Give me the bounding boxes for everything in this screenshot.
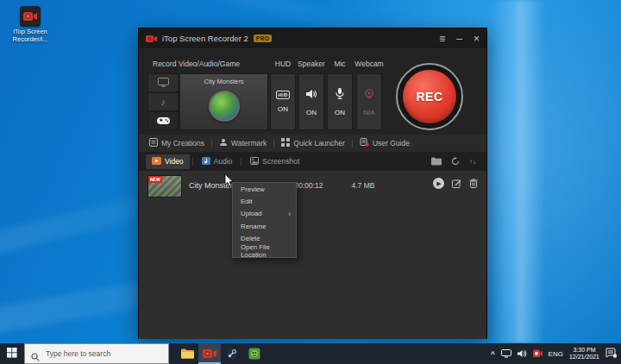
menu-item-upload[interactable]: Upload › [233, 208, 296, 220]
taskbar-city-monsters-game[interactable] [243, 343, 266, 364]
tray-network-icon[interactable] [501, 346, 511, 361]
audio-icon [202, 157, 210, 166]
source-screen-button[interactable] [147, 73, 179, 92]
hud-icon: HUD [276, 91, 291, 99]
feature-nav: My Creations Watermark [139, 135, 486, 152]
windows-logo-icon [7, 346, 17, 361]
recording-size: 4.7 MB [337, 181, 389, 190]
menu-item-open-file-location[interactable]: Open File Location [233, 244, 296, 256]
taskbar-steam[interactable] [221, 343, 243, 364]
watermark-person-icon [219, 138, 228, 148]
tray-time: 3:30 PM [573, 347, 595, 355]
search-input[interactable] [25, 344, 168, 363]
media-tab-bar: Video Audio [139, 152, 486, 171]
taskbar-search[interactable] [24, 343, 169, 364]
tray-clock[interactable]: 3:30 PM 12/21/2021 [569, 347, 599, 361]
recording-thumbnail[interactable]: NEW [147, 175, 182, 198]
video-icon [152, 157, 161, 166]
divider [211, 140, 212, 147]
minimize-icon[interactable]: – [456, 34, 462, 44]
game-icon [209, 91, 240, 122]
webcam-toggle[interactable]: N/A [356, 73, 382, 130]
hud-toggle[interactable]: HUD ON [270, 73, 296, 130]
mic-column-label: Mic [334, 60, 345, 68]
tray-speaker-icon[interactable] [518, 346, 527, 361]
mic-state: ON [335, 109, 345, 116]
tray-language[interactable]: ENG [549, 350, 563, 358]
close-icon[interactable]: × [474, 34, 480, 44]
tab-screenshot[interactable]: Screenshot [244, 154, 305, 169]
itop-app-icon [20, 6, 41, 27]
taskbar: ^ ENG [0, 343, 621, 364]
source-selector: ♪ [147, 73, 179, 130]
tab-label: Audio [214, 157, 233, 166]
action-center-icon[interactable] [605, 346, 617, 361]
taskbar-file-explorer[interactable] [176, 343, 198, 364]
context-menu: Preview Edit Upload › Rename Delete Open… [232, 182, 297, 258]
hud-state: ON [278, 105, 288, 113]
tray-chevron-up-icon[interactable]: ^ [491, 350, 495, 358]
sort-icon[interactable]: ↑↓ [469, 158, 476, 166]
nav-my-creations[interactable]: My Creations [149, 138, 204, 148]
speaker-toggle[interactable]: ON [298, 73, 324, 130]
app-window: iTop Screen Recorder 2 PRO ≡ – × Record … [138, 28, 487, 339]
divider [241, 158, 242, 166]
divider [273, 140, 274, 147]
start-button[interactable] [0, 343, 24, 364]
menu-item-rename[interactable]: Rename [233, 220, 296, 232]
pro-badge: PRO [254, 35, 273, 42]
tab-label: Video [165, 157, 184, 166]
speaker-icon [306, 87, 317, 103]
webcam-column-label: Webcam [354, 60, 383, 68]
source-audio-button[interactable]: ♪ [147, 92, 179, 111]
refresh-icon[interactable] [451, 157, 460, 166]
rec-button-label: REC [416, 90, 442, 104]
tray-itop-icon[interactable] [533, 346, 543, 361]
play-icon: ▶ [436, 180, 441, 187]
open-folder-icon[interactable] [431, 157, 442, 166]
divider [352, 140, 353, 147]
nav-label: My Creations [161, 139, 204, 147]
light-beam [490, 0, 545, 343]
tray-date: 12/21/2021 [569, 354, 599, 361]
game-preview-panel[interactable]: City Monsters [179, 73, 268, 130]
webcam-icon [364, 87, 374, 103]
nav-user-guide[interactable]: User Guide [360, 138, 410, 148]
edit-button[interactable] [452, 179, 461, 188]
menu-item-preview[interactable]: Preview [233, 183, 296, 195]
my-creations-icon [149, 138, 158, 148]
nav-watermark[interactable]: Watermark [219, 138, 267, 148]
recording-row[interactable]: NEW City Monsters 00:00:12 4.7 MB ▶ [139, 173, 486, 199]
title-bar[interactable]: iTop Screen Recorder 2 PRO ≡ – × [139, 28, 486, 48]
nav-label: Quick Launcher [293, 139, 345, 147]
desktop: iTop Screen Recorder/i... iTop Screen Re… [0, 0, 621, 364]
window-title: iTop Screen Recorder 2 [162, 34, 248, 43]
rec-button[interactable]: REC [396, 63, 463, 130]
tab-audio[interactable]: Audio [196, 154, 239, 169]
desktop-shortcut-itop[interactable]: iTop Screen Recorder/i... [5, 6, 55, 43]
game-preview-title: City Monsters [180, 78, 267, 85]
music-note-icon: ♪ [160, 97, 166, 107]
nav-label: Watermark [231, 139, 267, 147]
mouse-cursor [224, 174, 234, 191]
divider [192, 158, 193, 166]
system-tray: ^ ENG [491, 343, 621, 364]
source-game-button[interactable] [147, 111, 179, 130]
mic-icon [336, 87, 344, 103]
desktop-shortcut-label: iTop Screen Recorder/i... [5, 28, 55, 43]
play-button[interactable]: ▶ [433, 178, 444, 189]
menu-icon[interactable]: ≡ [439, 34, 445, 44]
nav-label: User Guide [373, 139, 410, 147]
menu-item-edit[interactable]: Edit [233, 195, 296, 207]
tab-video[interactable]: Video [146, 154, 190, 169]
mic-toggle[interactable]: ON [327, 73, 353, 130]
app-logo-icon [146, 31, 157, 47]
speaker-column-label: Speaker [298, 60, 325, 68]
search-icon [31, 349, 40, 364]
delete-button[interactable] [469, 179, 478, 188]
webcam-state: N/A [363, 109, 374, 116]
taskbar-itop-recorder[interactable] [198, 343, 221, 364]
screenshot-icon [250, 157, 259, 166]
nav-quick-launcher[interactable]: Quick Launcher [281, 138, 345, 148]
user-guide-icon [360, 138, 369, 148]
